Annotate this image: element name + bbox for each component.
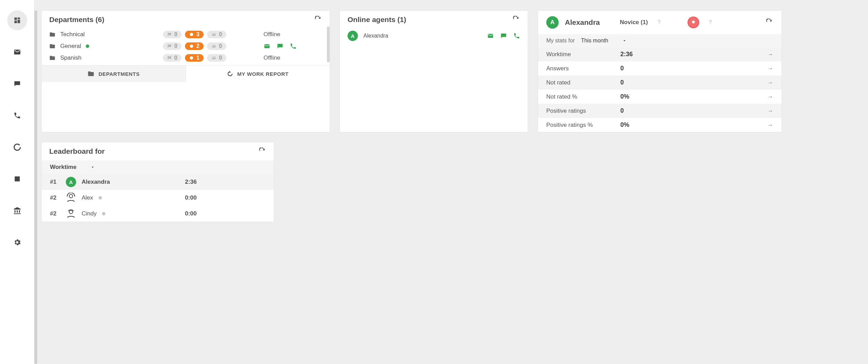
mail-count-pill: 0: [207, 54, 226, 62]
stat-row[interactable]: Positive ratings % 0% →: [538, 118, 782, 132]
online-agents-card: Online agents (1) A Alexandra: [340, 10, 528, 132]
svg-rect-2: [17, 20, 20, 23]
chat-icon[interactable]: [277, 43, 283, 50]
department-row[interactable]: Technical 0 3 0 Offline: [42, 29, 330, 40]
mail-count-pill: 0: [207, 42, 226, 50]
folder-icon: [87, 70, 94, 77]
ticket-count-pill: 2: [185, 42, 204, 50]
nav-chat[interactable]: [7, 74, 27, 94]
svg-rect-1: [17, 18, 20, 19]
arrow-right-icon: →: [767, 51, 773, 58]
mail-icon[interactable]: [487, 32, 494, 39]
departments-card: Departments (6) Technical 0 3: [41, 10, 330, 132]
leaderboard-metric-dropdown[interactable]: Worktime: [42, 160, 274, 174]
folder-icon: [49, 43, 55, 49]
help-icon[interactable]: ?: [658, 19, 661, 26]
mail-count-pill: 0: [207, 31, 226, 38]
department-name: General: [60, 43, 81, 50]
svg-rect-3: [14, 21, 17, 23]
svg-point-6: [190, 44, 193, 48]
leaderboard-row[interactable]: #1 A Alexandra 2:36: [42, 174, 274, 190]
help-icon[interactable]: ?: [709, 19, 712, 26]
online-agents-title: Online agents (1): [348, 16, 406, 24]
folder-icon: [49, 31, 55, 38]
my-stats-card: A Alexandra Novice (1) ? ? My stats for: [538, 10, 782, 132]
stats-refresh-icon[interactable]: [766, 19, 773, 26]
badge-icon[interactable]: [688, 17, 699, 28]
folder-icon: [49, 55, 55, 61]
left-sidebar: [0, 0, 34, 364]
departments-refresh-icon[interactable]: [314, 16, 322, 23]
tab-departments[interactable]: DEPARTMENTS: [42, 65, 186, 82]
avatar: A: [348, 31, 358, 41]
nav-contacts[interactable]: [7, 169, 27, 189]
arrow-right-icon: →: [767, 79, 773, 86]
department-row[interactable]: General 0 2 0: [42, 40, 330, 52]
refresh-icon: [227, 71, 233, 77]
svg-point-7: [190, 56, 193, 59]
stat-row[interactable]: Positive ratings 0 →: [538, 104, 782, 118]
department-status: Offline: [264, 31, 280, 38]
svg-point-5: [190, 33, 193, 36]
svg-point-4: [14, 144, 20, 150]
nav-mail[interactable]: [7, 42, 27, 62]
agent-name: Alexandra: [363, 33, 388, 39]
phone-icon[interactable]: [513, 32, 520, 39]
svg-point-9: [69, 210, 73, 214]
arrow-right-icon: →: [767, 93, 773, 100]
nav-settings[interactable]: [7, 232, 27, 252]
mail-icon[interactable]: [264, 43, 270, 50]
ticket-count-pill: 3: [185, 31, 204, 38]
nav-dashboard[interactable]: [7, 10, 27, 30]
arrow-right-icon: →: [767, 65, 773, 72]
departments-scrollbar[interactable]: [327, 27, 330, 62]
tab-my-work-report[interactable]: MY WORK REPORT: [186, 65, 330, 82]
page-scrollbar[interactable]: [34, 10, 37, 364]
departments-title: Departments (6): [49, 16, 104, 24]
level-label: Novice (1): [620, 19, 648, 26]
online-dot-icon: [86, 44, 89, 48]
svg-point-8: [69, 194, 73, 198]
phone-icon[interactable]: [290, 43, 297, 50]
chat-count-pill: 0: [163, 31, 182, 38]
stat-row[interactable]: Answers 0 →: [538, 61, 782, 75]
arrow-right-icon: →: [767, 108, 773, 114]
leaderboard-card: Leaderboard for Worktime #1 A Alexandra …: [41, 142, 274, 222]
department-row[interactable]: Spanish 0 1 0 Offline: [42, 52, 330, 64]
ticket-count-pill: 1: [185, 54, 204, 62]
avatar: A: [546, 16, 559, 29]
nav-call[interactable]: [7, 105, 27, 125]
department-name: Technical: [60, 31, 85, 38]
department-name: Spanish: [60, 54, 81, 61]
profile-name: Alexandra: [565, 18, 600, 27]
stat-row[interactable]: Not rated 0 →: [538, 75, 782, 90]
nav-bank[interactable]: [7, 201, 27, 221]
chat-count-pill: 0: [163, 42, 182, 50]
leaderboard-row[interactable]: #2 Cindy 0:00: [42, 206, 274, 222]
agent-avatar-icon: [66, 209, 76, 219]
stats-filter-label: My stats for: [546, 38, 575, 44]
stats-list: Worktime 2:36 → Answers 0 → Not rated 0 …: [538, 47, 782, 132]
avatar: A: [66, 177, 76, 187]
chevron-down-icon: [90, 165, 95, 170]
agent-row[interactable]: A Alexandra: [340, 29, 528, 47]
stat-row[interactable]: Not rated % 0% →: [538, 90, 782, 104]
leaderboard-row[interactable]: #2 Alex 0:00: [42, 190, 274, 206]
online-agents-refresh-icon[interactable]: [513, 16, 520, 23]
chat-icon[interactable]: [500, 32, 507, 39]
svg-rect-0: [14, 18, 17, 20]
nav-activity[interactable]: [7, 137, 27, 157]
stats-period-dropdown[interactable]: This month: [581, 38, 627, 44]
department-status: Offline: [264, 54, 280, 61]
leaderboard-title: Leaderboard for: [49, 147, 105, 155]
offline-dot-icon: [99, 196, 102, 200]
arrow-right-icon: →: [767, 122, 773, 129]
stat-row[interactable]: Worktime 2:36 →: [538, 47, 782, 61]
offline-dot-icon: [102, 212, 105, 215]
leaderboard-refresh-icon[interactable]: [259, 148, 266, 155]
chevron-down-icon: [622, 38, 627, 43]
chat-count-pill: 0: [163, 54, 182, 62]
agent-avatar-icon: [66, 193, 76, 203]
